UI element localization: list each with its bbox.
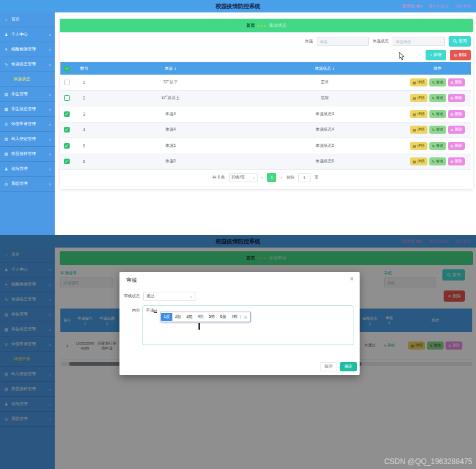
sidebar-item-vaccine[interactable]: ▧ 疫苗接种管理 ∨ [0, 147, 55, 162]
sidebar-subitem-temperature-status-active[interactable]: 体温状态 [0, 72, 55, 87]
select-all-checkbox[interactable]: − [64, 66, 70, 72]
sort-arrows-icon[interactable]: ▲▼ [332, 67, 335, 70]
modal-title: 审核 [126, 277, 137, 284]
app-title: 校园疫情防控系统 [216, 2, 261, 11]
page-1-button[interactable]: 1 [267, 173, 276, 182]
detail-button[interactable]: ▤详情 [410, 94, 427, 102]
row-checkbox[interactable]: ✓ [64, 159, 70, 164]
row-checkbox[interactable]: ✓ [64, 127, 70, 132]
sidebar-item-student-status[interactable]: ▦ 学生状态管理 ∨ [0, 102, 55, 117]
delete-button[interactable]: ⊘删除 [448, 157, 465, 165]
sidebar-item-personal-center[interactable]: ♟ 个人中心 ∨ [0, 27, 55, 42]
current-user[interactable]: 管理员 abo [402, 4, 422, 9]
emoji-icon[interactable]: ☺ [240, 315, 250, 319]
edit-button[interactable]: ✎修改 [429, 110, 446, 118]
detail-button[interactable]: ▤详情 [410, 110, 427, 118]
sidebar-item-temperature-status[interactable]: ✎ 体温状态管理 ∨ [0, 57, 55, 72]
batch-delete-button[interactable]: ⊘ 删除 [450, 50, 471, 60]
detail-icon: ▤ [413, 144, 416, 148]
detail-button[interactable]: ▤详情 [410, 157, 427, 165]
page-size-select[interactable]: 10条/页 ∨ [229, 173, 258, 182]
query-button[interactable]: 查询 [449, 36, 471, 47]
close-icon[interactable]: × [350, 276, 353, 282]
chevron-down-icon: ∨ [49, 182, 51, 186]
row-checkbox[interactable]: ✓ [64, 143, 70, 149]
table-header-row: − 索引 体温 ▲▼ 体温状态 ▲▼ 操作 [60, 62, 471, 75]
sidebar-item-students[interactable]: ▤ 学生管理 ∨ [0, 87, 55, 102]
text-caret [198, 323, 200, 330]
ime-candidate[interactable]: 7郫 [229, 313, 240, 321]
edit-button[interactable]: ✎修改 [429, 94, 446, 102]
row-checkbox[interactable] [64, 80, 70, 85]
review-status-label: 审核状态 [121, 294, 140, 299]
sidebar: ⌂ 首页 ♟ 个人中心 ∨ ≡ 核酸检测管理 ∨ ✎ 体温状态管理 ∨ 体温状态… [0, 12, 55, 235]
person-icon: ♟ [4, 167, 9, 172]
sidebar-item-nucleic-test[interactable]: ≡ 核酸检测管理 ∨ [0, 42, 55, 57]
screenshot-bottom: 校园疫情防控系统 管理员 abo 退出到前台 退出登录 ⌂ 首页 ♟ 个人中心 … [0, 235, 476, 469]
chevron-down-icon: ∨ [49, 93, 51, 96]
ime-candidate[interactable]: 3屁 [184, 313, 195, 321]
ime-candidate[interactable]: 1皮 [161, 313, 172, 321]
table-row: 2 37°及以上 危险 ▤详情 ✎修改 ⊘删除 [60, 91, 471, 107]
add-button[interactable]: + 新增 [426, 50, 446, 60]
sort-arrows-icon[interactable]: ▲▼ [174, 67, 177, 70]
table-row: ✓ 4 体温4 体温状态4 ▤详情 ✎修改 ⊘删除 [60, 123, 471, 139]
goto-page-input[interactable] [298, 173, 310, 182]
confirm-button[interactable]: 确定 [340, 362, 357, 371]
breadcrumb-current: 体温状态 [269, 22, 286, 29]
edit-button[interactable]: ✎修改 [429, 78, 446, 86]
sidebar-item-home[interactable]: ⌂ 首页 [0, 12, 55, 27]
breadcrumb: 首页 »»» 体温状态 [60, 19, 473, 32]
temp-input[interactable] [317, 37, 369, 46]
table-row: ✓ 5 体温5 体温状态5 ▤详情 ✎修改 ⊘删除 [60, 138, 471, 154]
edit-button[interactable]: ✎修改 [429, 126, 446, 134]
ime-candidate[interactable]: 2批 [172, 313, 184, 321]
delete-button[interactable]: ⊘删除 [448, 78, 465, 86]
delete-button[interactable]: ⊘删除 [448, 142, 465, 150]
chevron-down-icon: ∨ [49, 48, 51, 52]
gear-icon: ◎ [4, 182, 9, 187]
col-header-ops: 操作 [404, 66, 471, 72]
temp-status-input[interactable] [393, 37, 445, 46]
next-page-button[interactable]: > [280, 175, 282, 180]
edit-button[interactable]: ✎修改 [429, 142, 446, 150]
col-header-temp: 体温 ▲▼ [95, 66, 246, 72]
edit-icon: ✎ [432, 112, 435, 116]
grid-icon: ▦ [4, 107, 9, 112]
home-icon: ⌂ [4, 17, 9, 22]
cancel-button[interactable]: 取消 [320, 362, 337, 371]
prev-page-button[interactable]: < [261, 175, 264, 180]
ime-candidate[interactable]: 4匹 [195, 313, 206, 321]
exit-to-front-link[interactable]: 退出到前台 [429, 4, 449, 9]
sidebar-item-forum[interactable]: ♟ 论坛管理 ∨ [0, 162, 55, 177]
delete-button[interactable]: ⊘删除 [448, 110, 465, 118]
detail-button[interactable]: ▤详情 [410, 126, 427, 134]
delete-button[interactable]: ⊘删除 [448, 94, 465, 102]
sidebar-item-entry-exit[interactable]: ▥ 出入登记管理 ∨ [0, 132, 55, 147]
detail-button[interactable]: ▤详情 [410, 78, 427, 86]
detail-button[interactable]: ▤详情 [410, 142, 427, 150]
row-checkbox[interactable] [64, 95, 70, 101]
vaccine-icon: ▧ [4, 152, 9, 157]
breadcrumb-home[interactable]: 首页 [246, 22, 255, 29]
trash-icon: ⊘ [450, 112, 454, 116]
edit-icon: ✎ [432, 128, 435, 132]
logout-link[interactable]: 退出登录 [455, 4, 471, 9]
ime-candidate[interactable]: 6披 [218, 313, 229, 321]
delete-button[interactable]: ⊘删除 [448, 126, 465, 134]
review-status-select[interactable]: 通过 ∨ [143, 292, 195, 301]
edit-icon: ✎ [4, 62, 9, 67]
trash-icon: ⊘ [450, 144, 454, 148]
col-header-status: 体温状态 ▲▼ [246, 66, 404, 72]
trash-icon: ⊘ [450, 80, 454, 85]
chevron-down-icon: ∨ [49, 123, 51, 126]
sidebar-item-leave-request[interactable]: ⊙ 休假申请管理 ∨ [0, 117, 55, 132]
table-row: 1 37°以下 正常 ▤详情 ✎修改 ⊘删除 [60, 75, 471, 91]
edit-icon: ✎ [432, 96, 435, 100]
ime-candidate[interactable]: 5劈 [207, 313, 218, 321]
content-textarea[interactable]: 不清pi 1皮 2批 3屁 4匹 5劈 6披 7郫 ☺ [142, 305, 353, 345]
row-checkbox[interactable]: ✓ [64, 111, 70, 117]
sidebar-item-system[interactable]: ◎ 系统管理 ∨ [0, 177, 55, 192]
csdn-watermark: CSDN @QQ_1963288475 [384, 457, 472, 466]
edit-button[interactable]: ✎修改 [429, 157, 446, 165]
